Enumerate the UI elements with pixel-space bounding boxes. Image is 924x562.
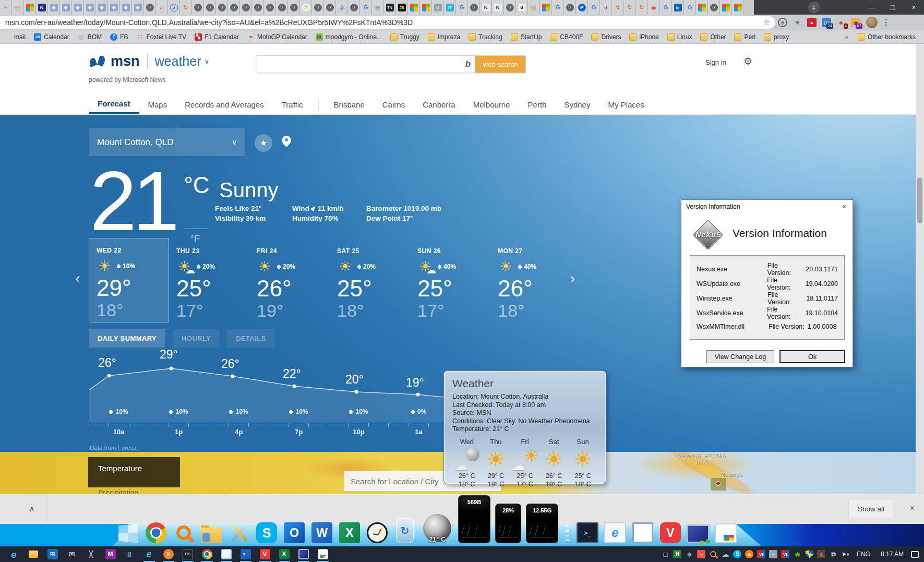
browser-tab[interactable]: K: [480, 0, 492, 15]
browser-tab[interactable]: G: [456, 0, 468, 15]
browser-tab[interactable]: [): [600, 0, 612, 15]
browser-tab[interactable]: ▤: [12, 0, 24, 15]
other-bookmarks[interactable]: Other bookmarks: [858, 33, 916, 41]
edge-icon[interactable]: e: [8, 548, 20, 560]
address-bar[interactable]: msn.com/en-au/weather/today/Mount-Cotton…: [0, 16, 775, 29]
browser-tab[interactable]: [732, 0, 744, 15]
extension-snowflake-icon[interactable]: ✳: [791, 16, 803, 29]
browser-tab[interactable]: S: [144, 0, 156, 15]
browser-tab[interactable]: [408, 0, 420, 15]
windows-start-icon[interactable]: [117, 523, 140, 543]
browser-tab[interactable]: ↻: [636, 0, 648, 15]
window-icon[interactable]: [631, 522, 654, 543]
forecast-day-card[interactable]: MON 27 ☀ 40% 26° 18°: [490, 243, 571, 316]
favorite-star-button[interactable]: ★: [255, 134, 272, 152]
map-layer-temperature[interactable]: Temperature: [88, 457, 180, 487]
browser-tab[interactable]: ▨: [528, 0, 540, 15]
bookmark-item[interactable]: Linux: [667, 33, 692, 41]
nav-item[interactable]: Cairns: [374, 95, 414, 114]
browser-tab[interactable]: in: [672, 0, 684, 15]
browser-tab[interactable]: S: [228, 0, 240, 15]
browser-tab[interactable]: ◆: [96, 0, 108, 15]
bookmark-item[interactable]: ∷ Foxtel Live TV: [136, 33, 186, 41]
show-all-button[interactable]: Show all: [848, 500, 894, 518]
language-indicator[interactable]: ENG: [857, 551, 870, 558]
browser-tab[interactable]: 0: [432, 0, 444, 15]
remote-pc-icon[interactable]: [298, 548, 309, 560]
window-icon[interactable]: [221, 548, 232, 560]
network-monitor-gadget[interactable]: 569B: [458, 495, 490, 543]
explorer-icon[interactable]: [28, 548, 39, 560]
browser-tab[interactable]: ◆: [48, 0, 60, 15]
tools-icon[interactable]: ╳: [86, 548, 97, 560]
browser-tab[interactable]: S: [312, 0, 324, 15]
sign-in-link[interactable]: Sign in: [705, 58, 726, 66]
browser-tab[interactable]: ◆: [60, 0, 72, 15]
profile-avatar[interactable]: [866, 17, 878, 28]
ie-icon[interactable]: e: [143, 548, 155, 560]
bookmark-item[interactable]: mail: [4, 33, 26, 41]
browser-tab[interactable]: S: [192, 0, 204, 15]
tools-icon[interactable]: [227, 522, 250, 543]
extension-red-icon[interactable]: ● 4: [835, 16, 847, 29]
browser-tab[interactable]: a: [516, 0, 528, 15]
nav-item[interactable]: Brisbane: [325, 95, 374, 114]
action-center-icon[interactable]: [910, 549, 920, 559]
view-tab[interactable]: DAILY SUMMARY: [89, 329, 165, 348]
celsius-unit[interactable]: °C: [184, 172, 209, 198]
bookmarks-overflow-icon[interactable]: »: [845, 33, 848, 41]
bookmark-item[interactable]: CB400F: [550, 33, 583, 41]
location-pin-icon[interactable]: [282, 136, 291, 145]
nav-item[interactable]: Traffic: [273, 95, 312, 114]
xampp-icon[interactable]: X: [163, 548, 174, 560]
bookmark-item[interactable]: m moodgym - Online...: [316, 33, 382, 41]
word-icon[interactable]: W: [310, 522, 333, 543]
view-change-log-button[interactable]: View Change Log: [706, 350, 774, 363]
powershell-icon[interactable]: >_: [240, 548, 251, 560]
browser-tab[interactable]: S: [708, 0, 720, 15]
browser-tab[interactable]: [540, 0, 552, 15]
chrome-icon[interactable]: [201, 548, 213, 560]
msn-logo[interactable]: msn weather ∨: [89, 53, 209, 69]
bookmark-item[interactable]: iPhone: [629, 33, 658, 41]
excel-icon[interactable]: X: [338, 522, 361, 543]
paint-window-icon[interactable]: [714, 523, 737, 543]
bookmark-item[interactable]: StartUp: [511, 33, 542, 41]
cmd-icon[interactable]: C:\: [182, 548, 194, 560]
nav-item[interactable]: Sydney: [555, 95, 599, 114]
nav-item[interactable]: My Places: [599, 95, 653, 114]
forecast-day-card[interactable]: WED 22 ☀ 10% 29° 18°: [89, 238, 169, 322]
scrollbar-thumb[interactable]: [917, 177, 922, 223]
browser-tab[interactable]: ◎: [300, 0, 312, 15]
browser-tab[interactable]: S: [504, 0, 516, 15]
skype-icon[interactable]: S: [255, 522, 278, 543]
browser-tab[interactable]: S: [276, 0, 288, 15]
browser-tab[interactable]: $: [168, 0, 180, 15]
browser-tab[interactable]: ↻: [624, 0, 636, 15]
forecast-day-card[interactable]: THU 23 ☀ 20% 25° 17°: [169, 243, 249, 316]
cpu-monitor-gadget[interactable]: 28%: [495, 504, 521, 543]
bookmark-item[interactable]: ◎ BOM: [78, 33, 102, 41]
browser-tab[interactable]: IT: [444, 0, 456, 15]
close-button[interactable]: ×: [903, 3, 924, 11]
extension-e-icon[interactable]: e: [777, 16, 788, 29]
nav-item[interactable]: [318, 99, 319, 110]
bookmark-item[interactable]: Truggy: [390, 33, 419, 41]
browser-tab[interactable]: ◉: [648, 0, 660, 15]
terminal-icon[interactable]: >_: [576, 522, 599, 543]
section-title[interactable]: weather: [155, 54, 201, 69]
browser-tab[interactable]: [420, 0, 432, 15]
browser-tab[interactable]: S: [564, 0, 576, 15]
nav-item[interactable]: Forecast: [89, 95, 139, 114]
browser-tab[interactable]: ◆: [72, 0, 84, 15]
map-layer-precipitation[interactable]: Precipitation: [98, 488, 138, 494]
location-dropdown[interactable]: Mount Cotton, QLD ∨: [89, 128, 245, 156]
dialog-titlebar[interactable]: Version Information ×: [681, 200, 853, 213]
paint-icon[interactable]: [317, 548, 329, 560]
ie-window-icon[interactable]: e: [604, 522, 627, 543]
vivaldi-icon[interactable]: V: [659, 522, 682, 543]
browser-tab[interactable]: ↯: [612, 0, 624, 15]
excel-icon[interactable]: X: [279, 548, 290, 560]
nav-item[interactable]: Records and Averages: [176, 95, 273, 114]
browser-tab[interactable]: [720, 0, 732, 15]
